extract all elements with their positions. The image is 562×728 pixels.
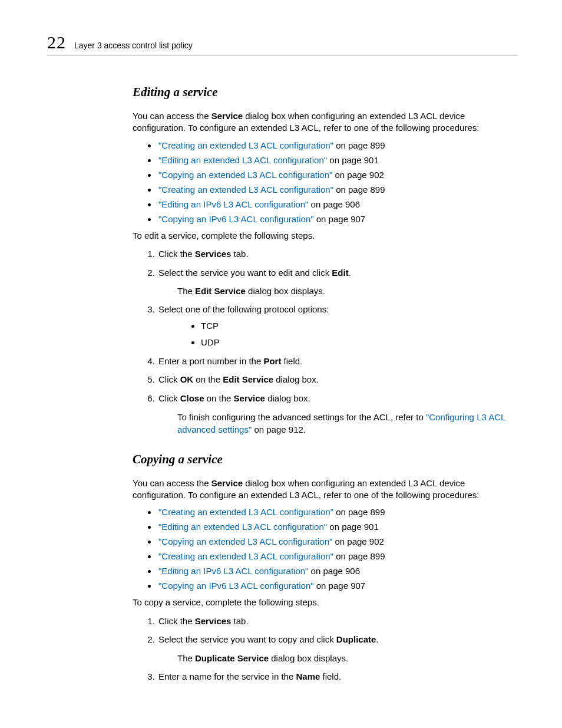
crossref-list-copying: "Creating an extended L3 ACL configurati… xyxy=(133,507,518,591)
text: on page 901 xyxy=(327,522,379,532)
ui-label: Name xyxy=(296,671,320,681)
list-item: "Copying an extended L3 ACL configuratio… xyxy=(157,170,518,180)
step: Click Close on the Service dialog box. T… xyxy=(157,392,518,436)
intro-paragraph: You can access the Service dialog box wh… xyxy=(133,477,518,502)
text: on page 899 xyxy=(333,185,385,195)
text: To finish configuring the advanced setti… xyxy=(177,412,426,422)
text: dialog box displays. xyxy=(269,653,348,663)
text: . xyxy=(349,268,351,278)
cross-reference-link[interactable]: "Creating an extended L3 ACL configurati… xyxy=(158,551,333,561)
term-service: Service xyxy=(211,111,243,121)
cross-reference-link[interactable]: "Editing an IPv6 L3 ACL configuration" xyxy=(158,199,308,209)
ui-label: Close xyxy=(180,393,204,403)
text: on page 902 xyxy=(332,536,384,546)
text: dialog box. xyxy=(265,393,310,403)
step: Enter a name for the service in the Name… xyxy=(157,670,518,683)
step: Select the service you want to copy and … xyxy=(157,633,518,664)
step: Click OK on the Edit Service dialog box. xyxy=(157,373,518,386)
ui-label: Port xyxy=(263,356,281,366)
cross-reference-link[interactable]: "Copying an IPv6 L3 ACL configuration" xyxy=(158,214,314,224)
list-item: "Copying an IPv6 L3 ACL configuration" o… xyxy=(157,214,518,224)
text: on page 901 xyxy=(327,155,379,165)
term-service: Service xyxy=(211,478,243,488)
page-header: 22 Layer 3 access control list policy xyxy=(47,32,518,55)
procedure-copy-service: Click the Services tab. Select the servi… xyxy=(133,615,518,683)
text: Enter a port number in the xyxy=(158,356,263,366)
text: The xyxy=(177,653,195,663)
list-item: "Editing an IPv6 L3 ACL configuration" o… xyxy=(157,199,518,209)
step: Click the Services tab. xyxy=(157,615,518,628)
cross-reference-link[interactable]: "Creating an extended L3 ACL configurati… xyxy=(158,185,333,195)
crossref-list-editing: "Creating an extended L3 ACL configurati… xyxy=(133,140,518,224)
list-item: "Copying an IPv6 L3 ACL configuration" o… xyxy=(157,581,518,591)
text: on page 907 xyxy=(314,214,366,224)
text: Select the service you want to copy and … xyxy=(158,634,336,644)
text: Enter a name for the service in the xyxy=(158,671,296,681)
lead-paragraph: To copy a service, complete the followin… xyxy=(133,597,518,608)
list-item: "Creating an extended L3 ACL configurati… xyxy=(157,507,518,517)
text: You can access the xyxy=(133,111,211,121)
chapter-title: Layer 3 access control list policy xyxy=(74,41,193,50)
ui-label: Edit xyxy=(332,268,348,278)
cross-reference-link[interactable]: "Editing an extended L3 ACL configuratio… xyxy=(158,522,327,532)
text: dialog box displays. xyxy=(246,286,325,296)
list-item: "Editing an extended L3 ACL configuratio… xyxy=(157,522,518,532)
chapter-number: 22 xyxy=(47,32,66,52)
cross-reference-link[interactable]: "Creating an extended L3 ACL configurati… xyxy=(158,140,333,150)
text: Select the service you want to edit and … xyxy=(158,268,332,278)
text: on page 899 xyxy=(333,507,385,517)
text: on the xyxy=(193,374,223,384)
text: Click xyxy=(158,374,180,384)
cross-reference-link[interactable]: "Editing an extended L3 ACL configuratio… xyxy=(158,155,327,165)
cross-reference-link[interactable]: "Creating an extended L3 ACL configurati… xyxy=(158,507,333,517)
list-item: "Creating an extended L3 ACL configurati… xyxy=(157,551,518,561)
text: . xyxy=(376,634,378,644)
content-body: Editing a service You can access the Ser… xyxy=(133,85,518,683)
text: Select one of the following protocol opt… xyxy=(158,304,329,314)
step: Click the Services tab. xyxy=(157,248,518,261)
cross-reference-link[interactable]: "Copying an extended L3 ACL configuratio… xyxy=(158,170,332,180)
list-item: TCP xyxy=(201,319,518,332)
intro-paragraph: You can access the Service dialog box wh… xyxy=(133,110,518,134)
text: on the xyxy=(204,393,234,403)
ui-label: Edit Service xyxy=(195,286,246,296)
ui-label: Duplicate Service xyxy=(195,653,269,663)
text: You can access the xyxy=(133,478,211,488)
text: field. xyxy=(281,356,302,366)
step-result: To finish configuring the advanced setti… xyxy=(177,411,518,436)
text: on page 906 xyxy=(308,566,360,576)
ui-label: Service xyxy=(234,393,265,403)
text: dialog box. xyxy=(273,374,319,384)
heading-copying-a-service: Copying a service xyxy=(133,452,518,467)
lead-paragraph: To edit a service, complete the followin… xyxy=(133,230,518,242)
step: Enter a port number in the Port field. xyxy=(157,355,518,368)
procedure-edit-service: Click the Services tab. Select the servi… xyxy=(133,248,518,436)
list-item: UDP xyxy=(201,336,518,349)
cross-reference-link[interactable]: "Copying an IPv6 L3 ACL configuration" xyxy=(158,581,314,591)
text: on page 899 xyxy=(333,140,385,150)
heading-editing-a-service: Editing a service xyxy=(133,85,518,100)
list-item: "Copying an extended L3 ACL configuratio… xyxy=(157,536,518,546)
text: Click xyxy=(158,393,180,403)
cross-reference-link[interactable]: "Editing an IPv6 L3 ACL configuration" xyxy=(158,566,308,576)
text: field. xyxy=(320,671,341,681)
text: tab. xyxy=(231,616,248,626)
list-item: "Editing an extended L3 ACL configuratio… xyxy=(157,155,518,165)
text: on page 907 xyxy=(314,581,366,591)
step-result: The Edit Service dialog box displays. xyxy=(177,285,518,297)
ui-label: Services xyxy=(195,616,232,626)
text: The xyxy=(177,286,195,296)
protocol-options: TCP UDP xyxy=(158,319,518,349)
text: tab. xyxy=(231,249,248,259)
ui-label: Edit Service xyxy=(223,374,273,384)
list-item: "Editing an IPv6 L3 ACL configuration" o… xyxy=(157,566,518,576)
cross-reference-link[interactable]: "Copying an extended L3 ACL configuratio… xyxy=(158,536,332,546)
text: on page 899 xyxy=(333,551,385,561)
text: Click the xyxy=(158,249,195,259)
text: Click the xyxy=(158,616,195,626)
text: on page 912. xyxy=(252,424,306,434)
page: 22 Layer 3 access control list policy Ed… xyxy=(0,0,562,724)
list-item: "Creating an extended L3 ACL configurati… xyxy=(157,140,518,150)
ui-label: OK xyxy=(180,374,194,384)
step: Select the service you want to edit and … xyxy=(157,266,518,298)
